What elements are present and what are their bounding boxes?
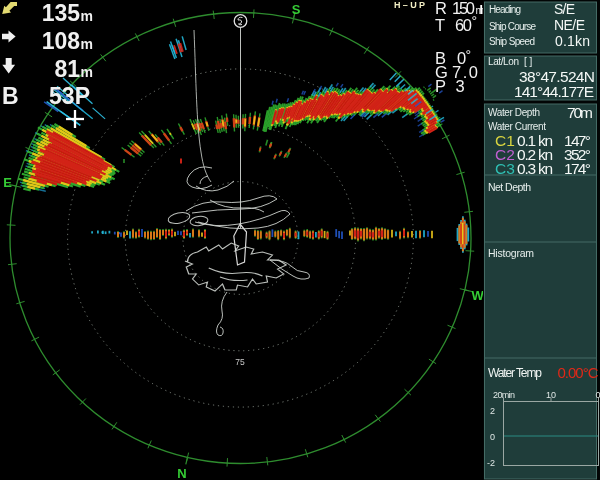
svg-text:Lat/Lon: Lat/Lon [488, 56, 519, 67]
svg-text:141°44.177E: 141°44.177E [514, 83, 594, 100]
svg-text:53P: 53P [49, 83, 90, 109]
svg-text:75: 75 [235, 357, 245, 367]
svg-text:W: W [472, 288, 485, 303]
svg-text:135: 135 [42, 0, 81, 26]
svg-text:NE/E: NE/E [554, 17, 585, 33]
svg-text:m: m [81, 36, 93, 52]
svg-text:81: 81 [54, 56, 80, 82]
svg-text:R: R [435, 0, 447, 17]
svg-text:C3: C3 [495, 160, 515, 177]
svg-text:0.1kn: 0.1kn [555, 33, 590, 49]
svg-text:Water Temp: Water Temp [488, 366, 542, 380]
svg-text:Heading: Heading [489, 4, 521, 15]
svg-text:0.3 kn: 0.3 kn [517, 160, 553, 177]
svg-text:60: 60 [455, 16, 472, 34]
svg-text:m: m [81, 64, 93, 80]
svg-text:°: ° [472, 13, 478, 29]
svg-text:E: E [3, 175, 12, 190]
svg-text:70m: 70m [567, 104, 593, 121]
svg-text:2: 2 [490, 406, 495, 416]
svg-text:108: 108 [42, 28, 81, 54]
svg-text:0.00°C: 0.00°C [558, 364, 599, 381]
svg-text:S/E: S/E [554, 1, 575, 17]
svg-text:3: 3 [456, 77, 465, 95]
svg-text:Ship Speed: Ship Speed [489, 36, 535, 47]
svg-text:Net Depth: Net Depth [488, 181, 531, 193]
svg-text:°: ° [466, 47, 472, 63]
svg-text:m: m [81, 8, 93, 24]
svg-text:T: T [435, 16, 445, 34]
svg-text:H–UP: H–UP [394, 0, 425, 10]
svg-text:B: B [2, 83, 19, 109]
svg-text:P: P [435, 77, 446, 95]
svg-text:20min: 20min [493, 390, 515, 400]
svg-text:Ship Course: Ship Course [489, 21, 536, 32]
svg-text:Water Depth: Water Depth [488, 107, 540, 118]
svg-text:Water Current: Water Current [488, 121, 546, 132]
svg-text:S: S [292, 2, 301, 17]
svg-text:174°: 174° [564, 160, 591, 177]
svg-text:0: 0 [595, 390, 600, 400]
svg-text:[ ]: [ ] [524, 56, 533, 67]
svg-text:N: N [177, 466, 186, 480]
svg-text:Histogram: Histogram [488, 247, 534, 259]
svg-text:-2: -2 [487, 458, 495, 468]
svg-text:38°47.524N: 38°47.524N [519, 68, 595, 85]
svg-text:10: 10 [546, 390, 556, 400]
svg-text:0: 0 [490, 432, 495, 442]
